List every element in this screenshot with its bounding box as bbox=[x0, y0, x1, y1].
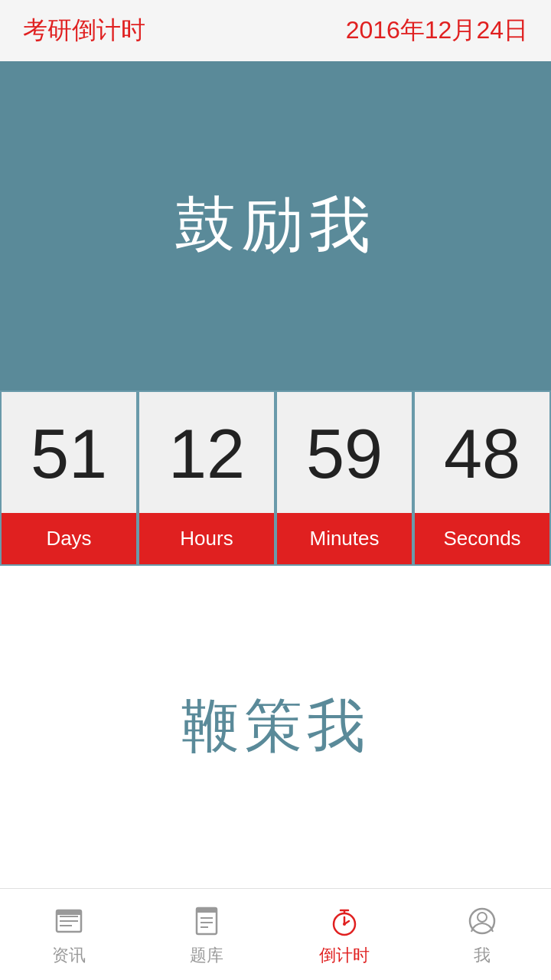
book-icon bbox=[188, 903, 225, 939]
nav-item-book[interactable]: 题库 bbox=[138, 889, 276, 980]
countdown-minutes: 59 Minutes bbox=[277, 392, 412, 564]
motivation-section: 鞭策我 bbox=[0, 566, 551, 888]
timer-icon bbox=[326, 903, 363, 939]
hours-label: Hours bbox=[139, 513, 274, 564]
svg-point-15 bbox=[343, 923, 346, 926]
nav-label-timer: 倒计时 bbox=[319, 944, 370, 967]
countdown-container: 51 Days 12 Hours 59 Minutes 48 Seconds bbox=[0, 390, 551, 566]
bottom-nav: 资讯 题库 倒计时 bbox=[0, 888, 551, 980]
hours-value: 12 bbox=[139, 392, 274, 513]
header-date: 2016年12月24日 bbox=[346, 14, 528, 47]
user-icon bbox=[464, 903, 500, 939]
svg-rect-6 bbox=[197, 908, 217, 913]
nav-item-timer[interactable]: 倒计时 bbox=[276, 889, 413, 980]
days-value: 51 bbox=[2, 392, 136, 513]
minutes-label: Minutes bbox=[277, 513, 412, 564]
nav-label-book: 题库 bbox=[190, 944, 223, 967]
nav-label-news: 资讯 bbox=[52, 944, 86, 967]
countdown-seconds: 48 Seconds bbox=[415, 392, 549, 564]
seconds-value: 48 bbox=[415, 392, 549, 513]
nav-item-news[interactable]: 资讯 bbox=[0, 889, 138, 980]
motivation-text: 鞭策我 bbox=[181, 688, 370, 766]
minutes-value: 59 bbox=[277, 392, 412, 513]
banner-text: 鼓励我 bbox=[174, 185, 377, 267]
news-icon bbox=[51, 903, 87, 939]
countdown-days: 51 Days bbox=[2, 392, 136, 564]
seconds-label: Seconds bbox=[415, 513, 549, 564]
svg-point-17 bbox=[478, 913, 487, 922]
nav-item-user[interactable]: 我 bbox=[413, 889, 551, 980]
banner-section: 鼓励我 bbox=[0, 61, 551, 390]
svg-rect-4 bbox=[57, 910, 81, 915]
countdown-hours: 12 Hours bbox=[139, 392, 274, 564]
app-title: 考研倒计时 bbox=[23, 14, 145, 47]
days-label: Days bbox=[2, 513, 136, 564]
header: 考研倒计时 2016年12月24日 bbox=[0, 0, 551, 61]
nav-label-user: 我 bbox=[474, 944, 491, 967]
